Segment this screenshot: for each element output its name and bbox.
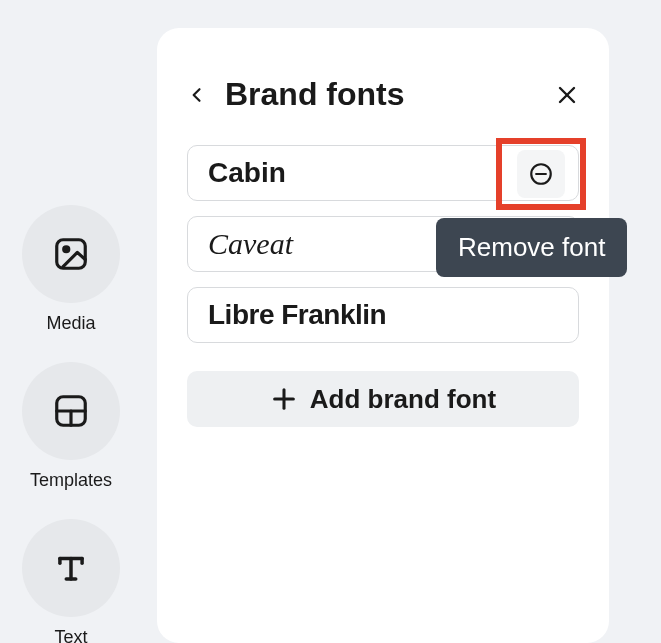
- brand-fonts-panel: Brand fonts Cabin Caveat L: [157, 28, 609, 643]
- sidebar: Media Templates Text: [22, 205, 120, 643]
- image-icon: [52, 235, 90, 273]
- add-button-label: Add brand font: [310, 384, 496, 415]
- text-icon-circle: [22, 519, 120, 617]
- text-icon: [52, 549, 90, 587]
- font-name: Libre Franklin: [208, 299, 564, 331]
- back-button[interactable]: [187, 83, 207, 107]
- font-item-libre-franklin[interactable]: Libre Franklin: [187, 287, 579, 343]
- remove-highlight: [496, 138, 586, 210]
- sidebar-item-media[interactable]: Media: [22, 205, 120, 334]
- remove-icon: [528, 161, 554, 187]
- panel-header: Brand fonts: [187, 58, 579, 145]
- chevron-left-icon: [187, 83, 207, 107]
- font-item-cabin[interactable]: Cabin: [187, 145, 579, 201]
- remove-font-tooltip: Remove font: [436, 218, 627, 277]
- add-brand-font-button[interactable]: Add brand font: [187, 371, 579, 427]
- sidebar-item-label: Media: [46, 313, 95, 334]
- panel-title: Brand fonts: [225, 76, 537, 113]
- sidebar-item-label: Templates: [30, 470, 112, 491]
- remove-font-button[interactable]: [517, 150, 565, 198]
- media-icon-circle: [22, 205, 120, 303]
- sidebar-item-label: Text: [54, 627, 87, 643]
- sidebar-item-templates[interactable]: Templates: [22, 362, 120, 491]
- svg-point-1: [64, 247, 69, 252]
- plus-icon: [270, 385, 298, 413]
- templates-icon-circle: [22, 362, 120, 460]
- sidebar-item-text[interactable]: Text: [22, 519, 120, 643]
- close-button[interactable]: [555, 83, 579, 107]
- layout-icon: [52, 392, 90, 430]
- close-icon: [555, 83, 579, 107]
